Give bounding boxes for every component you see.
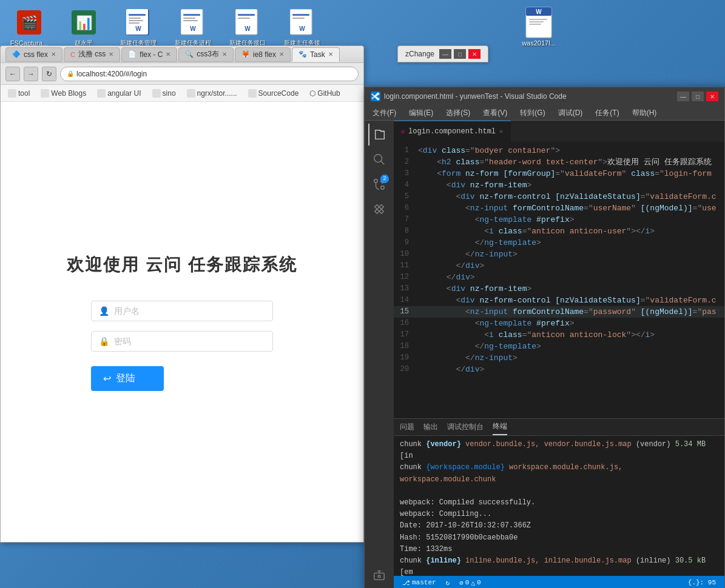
code-line-6: 6 <nz-input formControlName="userName" [… xyxy=(394,202,724,214)
statusbar-branch[interactable]: ⎇ master xyxy=(400,579,439,587)
vscode-maximize-btn[interactable]: □ xyxy=(692,92,704,101)
password-input[interactable] xyxy=(114,336,265,346)
css3-close[interactable]: ✕ xyxy=(222,51,227,58)
menu-goto[interactable]: 转到(G) xyxy=(515,107,550,119)
bookmark-ngrx-icon xyxy=(187,89,195,98)
flex-c-close[interactable]: ✕ xyxy=(166,51,170,58)
css-flex-label: css flex xyxy=(24,50,48,59)
tab-css-flex[interactable]: 🔷 css flex ✕ xyxy=(5,47,62,62)
svg-text:W: W xyxy=(244,25,251,32)
ie8-close[interactable]: ✕ xyxy=(279,51,284,58)
statusbar-sync[interactable]: ↻ xyxy=(443,579,453,587)
code-line-17: 17 <i class="anticon anticon-lock"></i> xyxy=(394,329,724,341)
svg-rect-28 xyxy=(529,21,544,22)
file-tab-close[interactable]: ✕ xyxy=(499,128,503,135)
zchange-maximize-btn[interactable]: □ xyxy=(454,49,466,59)
menu-task[interactable]: 任务(T) xyxy=(590,107,624,119)
css-flex-close[interactable]: ✕ xyxy=(51,51,56,58)
bookmark-sourcecode[interactable]: SourceCode xyxy=(246,88,302,99)
qianlu-close[interactable]: ✕ xyxy=(109,51,113,58)
fscapture-icon: 🎬 xyxy=(15,8,44,37)
code-line-3: 3 <form nz-form [formGroup]="validateFor… xyxy=(394,168,724,179)
tab-task[interactable]: 🐾 Task ✕ xyxy=(292,47,340,62)
menu-help[interactable]: 帮助(H) xyxy=(627,107,662,119)
code-line-19: 19 </nz-input> xyxy=(394,352,724,364)
user-icon: 👤 xyxy=(99,306,109,316)
bookmark-tool[interactable]: tool xyxy=(5,88,32,99)
vscode-close-btn[interactable]: ✕ xyxy=(706,92,718,101)
login-button[interactable]: ↩ 登陆 xyxy=(91,366,164,391)
cursor-position: {.}: 95 xyxy=(688,579,716,586)
task-close[interactable]: ✕ xyxy=(328,51,333,58)
terminal-line-7: Hash: 51520817990b0caebba0e xyxy=(400,532,718,544)
svg-rect-6 xyxy=(129,14,146,16)
svg-rect-12 xyxy=(183,14,200,16)
bookmark-angularui-label: angular UI xyxy=(107,89,141,98)
branch-name: master xyxy=(412,579,436,586)
browser-tabbar: 🔷 css flex ✕ C 浅撸 css ✕ 📄 flex - C ✕ 🔍 c… xyxy=(1,46,363,63)
password-field-container: 🔒 xyxy=(91,331,273,352)
error-count: 0 xyxy=(465,579,470,586)
address-lock-icon: 🔒 xyxy=(67,70,74,77)
search-sidebar-icon[interactable] xyxy=(368,149,390,170)
git-branch-icon: ⎇ xyxy=(402,579,410,587)
bookmark-angularui[interactable]: angular UI xyxy=(95,88,143,99)
zchange-minimize-btn[interactable]: — xyxy=(439,49,451,59)
code-line-2: 2 <h2 class="header-word text-center">欢迎… xyxy=(394,156,724,168)
tab-qianlu[interactable]: C 浅撸 css ✕ xyxy=(64,47,120,62)
username-input[interactable] xyxy=(114,306,265,316)
panel-tab-output[interactable]: 输出 xyxy=(423,419,438,435)
tab-css3[interactable]: 🔍 css3布 ✕ xyxy=(178,47,234,62)
menu-view[interactable]: 查看(V) xyxy=(478,107,512,119)
login-title: 欢迎使用 云问 任务跟踪系统 xyxy=(67,253,297,276)
back-btn[interactable]: ← xyxy=(5,67,20,81)
code-line-20: 20 </div> xyxy=(394,364,724,375)
vscode-minimize-btn[interactable]: — xyxy=(677,92,689,101)
terminal-line-5: webpack: Compiling... xyxy=(400,509,718,520)
bookmark-webblogs-icon xyxy=(41,89,49,98)
git-icon[interactable]: 2 xyxy=(368,173,390,195)
menu-edit[interactable]: 编辑(E) xyxy=(404,107,438,119)
refresh-btn[interactable]: ↻ xyxy=(42,67,56,81)
zchange-close-btn[interactable]: ✕ xyxy=(468,49,481,59)
bookmark-webblogs[interactable]: Web Blogs xyxy=(38,88,89,99)
css3-label: css3布 xyxy=(197,49,219,59)
desktop-icon-was[interactable]: W was2017l... xyxy=(514,5,563,57)
forward-btn[interactable]: → xyxy=(24,67,38,81)
menu-select[interactable]: 选择(S) xyxy=(441,107,475,119)
task2-icon: W xyxy=(178,8,207,37)
bookmark-tool-label: tool xyxy=(18,89,30,98)
statusbar-errors[interactable]: ⊘ 0 △ 0 xyxy=(457,579,483,587)
ie8-icon: 🦊 xyxy=(241,50,250,58)
browser-window: 🔷 css flex ✕ C 浅撸 css ✕ 📄 flex - C ✕ 🔍 c… xyxy=(0,45,364,543)
bookmark-sourcecode-label: SourceCode xyxy=(258,89,299,98)
extensions-icon[interactable] xyxy=(368,198,390,220)
vscode-editor[interactable]: 1 <div class="bodyer container"> 2 <h2 c… xyxy=(394,142,724,418)
code-line-7: 7 <ng-template #prefix> xyxy=(394,214,724,226)
panel-tab-debug-console[interactable]: 调试控制台 xyxy=(447,419,484,435)
terminal-line-2: chunk {workspace.module} workspace.modul… xyxy=(400,462,718,485)
svg-point-38 xyxy=(378,575,380,578)
vscode-titlebar: login.component.html - yunwenTest - Visu… xyxy=(365,87,724,105)
menu-debug[interactable]: 调试(D) xyxy=(553,107,588,119)
explorer-icon[interactable] xyxy=(368,124,390,145)
code-line-18: 18 </ng-template> xyxy=(394,341,724,352)
vscode-file-tab[interactable]: ◇ login.component.html ✕ xyxy=(394,121,511,142)
address-bar[interactable]: 🔒 localhost:4200/#/login xyxy=(60,67,359,81)
bookmark-sourcecode-icon xyxy=(248,89,257,98)
lock-icon: 🔒 xyxy=(99,336,109,346)
svg-rect-14 xyxy=(183,20,198,21)
panel-tab-terminal[interactable]: 终端 xyxy=(493,419,507,435)
bookmark-github[interactable]: ⬡ GitHub xyxy=(307,88,342,99)
code-line-1: 1 <div class="bodyer container"> xyxy=(394,145,724,156)
username-field-container: 👤 xyxy=(91,301,273,321)
panel-tab-problems[interactable]: 问题 xyxy=(400,419,414,435)
statusbar-cursor[interactable]: {.}: 95 xyxy=(686,579,718,586)
bookmark-ngrx[interactable]: ngrx/stor...... xyxy=(184,88,240,99)
html-file-icon: ◇ xyxy=(401,128,405,135)
debug-icon[interactable] xyxy=(368,564,390,586)
bookmark-sino[interactable]: sino xyxy=(150,88,178,99)
menu-file[interactable]: 文件(F) xyxy=(368,107,401,119)
tab-flex-c[interactable]: 📄 flex - C ✕ xyxy=(121,47,177,62)
tab-ie8[interactable]: 🦊 ie8 flex ✕ xyxy=(235,47,291,62)
